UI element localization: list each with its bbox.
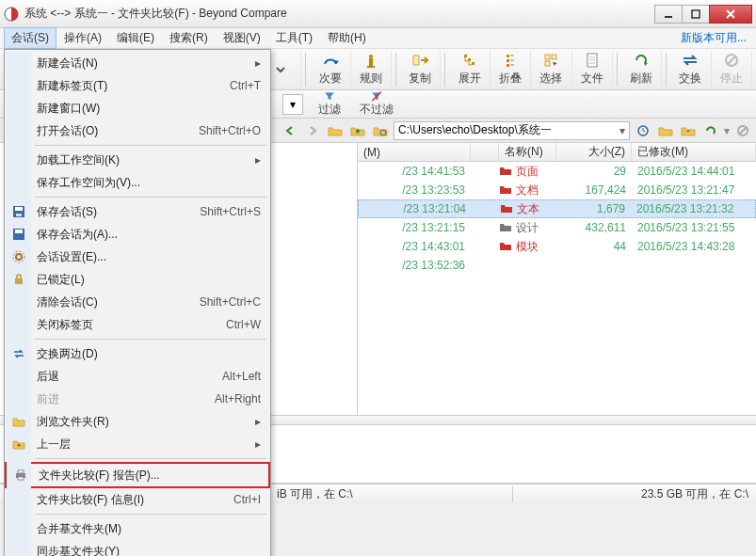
menu-save-session-as[interactable]: 保存会话为(A)... xyxy=(7,223,268,246)
col-gutter[interactable] xyxy=(471,143,499,161)
menu-merge-base[interactable]: 合并基文件夹(M) xyxy=(7,517,268,540)
menu-view[interactable]: 视图(V) xyxy=(216,27,268,49)
table-row[interactable]: /23 14:41:53页面292016/5/23 14:44:01 xyxy=(358,162,756,181)
cell-modified-right: 2016/5/23 14:43:28 xyxy=(632,240,756,253)
svg-rect-35 xyxy=(18,477,24,480)
new-version-link[interactable]: 新版本可用... xyxy=(681,30,752,46)
disk-as-icon xyxy=(11,227,26,242)
svg-line-19 xyxy=(728,56,735,64)
menu-browse-folder[interactable]: 浏览文件夹(R)▸ xyxy=(7,410,268,433)
cell-modified-left: /23 13:52:36 xyxy=(358,259,471,272)
filter-on[interactable]: 过滤 xyxy=(309,91,350,118)
path-value: C:\Users\echo\Desktop\系统一 xyxy=(398,122,552,138)
disk-icon xyxy=(11,204,26,219)
refresh-icon[interactable] xyxy=(701,121,720,140)
tool-refresh[interactable]: 刷新 xyxy=(621,51,662,88)
menu-load-workspace[interactable]: 加载工作空间(K)▸ xyxy=(7,149,268,171)
menu-session-settings[interactable]: 会话设置(E)... xyxy=(7,246,268,268)
folder-up2-icon[interactable] xyxy=(679,121,698,140)
titlebar: 系统 <--> 系统一 - 文件夹比较(F) - Beyond Compare xyxy=(0,0,756,28)
right-pane: (M) 名称(N) 大小(Z) 已修改(M) /23 14:41:53页面292… xyxy=(358,143,756,415)
menu-close-tab[interactable]: 关闭标签页Ctrl+W xyxy=(7,313,268,336)
folder-sync-icon[interactable] xyxy=(371,121,390,140)
svg-rect-6 xyxy=(369,58,373,66)
minimize-button[interactable] xyxy=(654,5,683,24)
folder-browse-icon[interactable] xyxy=(656,121,675,140)
menu-search[interactable]: 搜索(R) xyxy=(162,27,216,49)
session-menu: 新建会话(N)▸ 新建标签页(T)Ctrl+T 新建窗口(W) 打开会话(O)S… xyxy=(4,49,271,556)
highlight-box: 文件夹比较(F) 报告(P)... xyxy=(5,462,270,488)
filter-off[interactable]: 不过滤 xyxy=(356,91,397,118)
cell-modified-right: 2016/5/23 13:21:32 xyxy=(631,202,755,215)
col-modified-right[interactable]: 已修改(M) xyxy=(632,143,756,161)
col-size[interactable]: 大小(Z) xyxy=(556,143,632,161)
col-name[interactable]: 名称(N) xyxy=(499,143,556,161)
menu-new-tab[interactable]: 新建标签页(T)Ctrl+T xyxy=(7,74,268,97)
tool-select[interactable]: 选择 xyxy=(531,51,571,88)
cell-modified-left: /23 13:23:53 xyxy=(358,183,471,197)
folder-open-icon[interactable] xyxy=(326,121,345,140)
menu-open-session[interactable]: 打开会话(O)Shift+Ctrl+O xyxy=(7,119,268,142)
col-modified-left[interactable]: (M) xyxy=(358,143,471,161)
status-right: 23.5 GB 可用，在 C:\ xyxy=(513,486,756,502)
printer-icon xyxy=(13,468,28,483)
menu-back[interactable]: 后退Alt+Left xyxy=(7,365,268,388)
tool-swap[interactable]: 交换 xyxy=(670,51,711,88)
menu-forward[interactable]: 前进Alt+Right xyxy=(7,388,268,410)
cell-modified-right: 2016/5/23 13:21:47 xyxy=(632,183,756,197)
path-input[interactable]: C:\Users\echo\Desktop\系统一▾ xyxy=(394,121,630,140)
menubar: 会话(S) 操作(A) 编辑(E) 搜索(R) 视图(V) 工具(T) 帮助(H… xyxy=(0,28,756,49)
menu-locked[interactable]: 已锁定(L) xyxy=(7,268,268,291)
menu-save-workspace-as[interactable]: 保存工作空间为(V)... xyxy=(7,171,268,194)
folder-up-icon[interactable] xyxy=(348,121,367,140)
path-fwd-icon[interactable] xyxy=(303,121,322,140)
menu-up-one[interactable]: 上一层▸ xyxy=(7,433,268,455)
folder-up-icon xyxy=(11,437,26,452)
svg-rect-7 xyxy=(367,66,375,68)
folder-icon xyxy=(500,202,513,215)
cell-modified-left: /23 13:21:15 xyxy=(358,221,471,234)
svg-rect-27 xyxy=(16,214,22,216)
tool-rules[interactable]: 规则 xyxy=(351,51,392,88)
table-row[interactable]: /23 14:43:01模块442016/5/23 14:43:28 xyxy=(358,237,756,256)
menu-new-session[interactable]: 新建会话(N)▸ xyxy=(7,52,268,74)
menu-tools[interactable]: 工具(T) xyxy=(268,27,320,49)
menu-save-session[interactable]: 保存会话(S)Shift+Ctrl+S xyxy=(7,200,268,223)
menu-edit[interactable]: 编辑(E) xyxy=(109,27,162,49)
table-row[interactable]: /23 13:21:15设计432,6112016/5/23 13:21:55 xyxy=(358,218,756,237)
cell-name: 设计 xyxy=(499,220,556,236)
table-row[interactable]: /23 13:21:04文本1,6792016/5/23 13:21:32 xyxy=(358,199,756,218)
path-back-icon[interactable] xyxy=(281,121,299,140)
menu-folder-compare-report[interactable]: 文件夹比较(F) 报告(P)... xyxy=(8,464,266,486)
tool-next[interactable]: 次要 xyxy=(310,51,350,88)
tool-stop[interactable]: 停止 xyxy=(712,51,752,88)
menu-actions[interactable]: 操作(A) xyxy=(56,27,109,49)
menu-folder-compare-info[interactable]: 文件夹比较(F) 信息(I)Ctrl+I xyxy=(7,488,268,511)
folder-icon xyxy=(11,414,26,429)
svg-rect-34 xyxy=(18,470,24,473)
tool-expand[interactable]: 展开 xyxy=(449,51,490,88)
menu-sync-base[interactable]: 同步基文件夹(Y) xyxy=(7,540,268,556)
table-row[interactable]: /23 13:23:53文档167,4242016/5/23 13:21:47 xyxy=(358,181,756,199)
path-history-icon[interactable] xyxy=(634,121,652,140)
app-icon xyxy=(4,7,19,22)
tool-copy[interactable]: 复制 xyxy=(400,51,441,88)
filter-dropdown[interactable]: ▾ xyxy=(282,94,303,115)
maximize-button[interactable] xyxy=(682,5,710,24)
svg-rect-32 xyxy=(15,278,23,284)
menu-session[interactable]: 会话(S) xyxy=(4,27,56,49)
tool-collapse[interactable]: 折叠 xyxy=(491,51,531,88)
cell-size: 432,611 xyxy=(556,221,632,234)
close-button[interactable] xyxy=(709,5,752,24)
forbid-icon[interactable] xyxy=(733,121,752,140)
svg-rect-10 xyxy=(472,62,475,65)
tool-file[interactable]: 文件 xyxy=(572,51,613,88)
menu-new-window[interactable]: 新建窗口(W) xyxy=(7,97,268,119)
lock-icon xyxy=(11,272,26,287)
table-row[interactable]: /23 13:52:36 xyxy=(358,256,756,275)
menu-swap-sides[interactable]: 交换两边(D) xyxy=(7,342,268,365)
menu-help[interactable]: 帮助(H) xyxy=(320,27,374,49)
svg-point-31 xyxy=(13,251,24,262)
menu-clear-session[interactable]: 清除会话(C)Shift+Ctrl+C xyxy=(7,291,268,313)
svg-line-24 xyxy=(739,127,747,135)
